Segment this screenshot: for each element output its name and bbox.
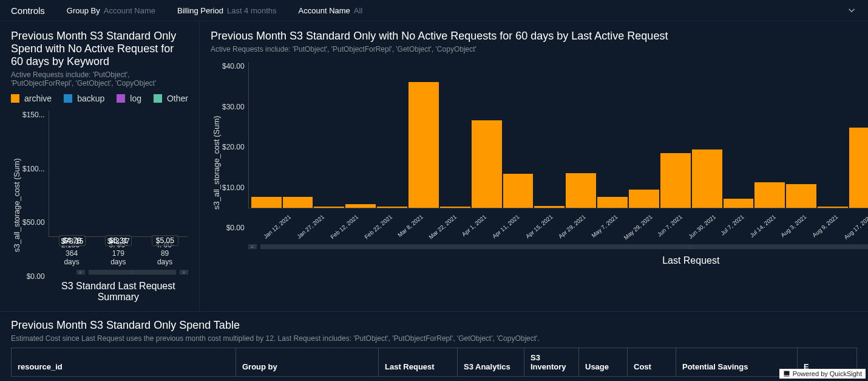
column-header[interactable]: S3 Inventory [524, 348, 579, 376]
column-header[interactable]: Cost [628, 348, 676, 376]
legend-label: log [130, 94, 141, 103]
column-header[interactable]: Usage [579, 348, 628, 376]
x-categories: Jan 12, 2021Jan 27, 2021Feb 12, 2021Feb … [248, 211, 868, 218]
control-label: Account Name [299, 6, 350, 15]
legend: archive backup log Other [11, 94, 188, 103]
control-value: Account Name [104, 6, 155, 15]
control-label: Group By [67, 6, 100, 15]
column-header[interactable]: resource_id [12, 348, 236, 376]
panels-row: Previous Month S3 Standard Only Spend wi… [0, 21, 868, 312]
bar[interactable] [849, 128, 868, 208]
quicksight-icon [783, 370, 790, 377]
bar[interactable] [345, 204, 376, 208]
y-axis-label: s3_all_storage_cost (Sum) [211, 60, 222, 266]
right-panel-subtitle: Active Requests include: 'PutObject', 'P… [211, 45, 868, 53]
powered-label: Powered by QuickSight [793, 370, 862, 377]
bar[interactable] [597, 197, 628, 208]
right-chart: s3_all_storage_cost (Sum) $40.00$30.00$2… [211, 60, 868, 266]
bar[interactable] [754, 182, 785, 208]
table-header-row: resource_idGroup byLast RequestS3 Analyt… [11, 348, 857, 377]
column-header[interactable]: S3 Analytics [458, 348, 524, 376]
bar[interactable] [314, 207, 344, 208]
chevron-down-icon[interactable] [846, 5, 857, 16]
y-ticks: $40.00$30.00$20.00$10.00$0.00 [222, 62, 248, 232]
bar[interactable] [472, 120, 502, 208]
y-ticks: $150...$100...$50.00$0.00 [22, 111, 49, 281]
y-axis-label: s3_all_storage_cost (Sum) [11, 108, 22, 303]
x-axis-title: S3 Standard Last Request Summary [49, 281, 188, 303]
swatch-icon [64, 94, 72, 103]
bar[interactable] [377, 207, 407, 208]
swatch-icon [117, 94, 125, 103]
chart-scroll[interactable]: ≡ ::: ≡ [76, 270, 188, 275]
swatch-icon [154, 94, 162, 103]
control-value: Last 4 months [227, 6, 277, 15]
x-axis-title: Last Request [248, 255, 868, 266]
powered-by-badge[interactable]: Powered by QuickSight [779, 369, 866, 379]
bar[interactable] [283, 197, 313, 208]
legend-label: backup [77, 94, 104, 103]
legend-item-archive[interactable]: archive [11, 94, 52, 103]
control-billing-period[interactable]: Billing Period Last 4 months [177, 6, 277, 15]
table-subtitle: Estimated Cost since Last Request uses t… [11, 334, 857, 343]
right-panel-title: Previous Month S3 Standard Only with No … [211, 30, 868, 43]
chart-scroll[interactable]: ≡ ::: ≡ [248, 244, 868, 249]
control-account-name[interactable]: Account Name All [299, 6, 363, 15]
data-label: $42.37 [104, 236, 134, 246]
scroll-track[interactable]: ::: [260, 244, 868, 249]
left-panel-title: Previous Month S3 Standard Only Spend wi… [11, 30, 188, 68]
left-chart: s3_all_storage_cost (Sum) $150...$100...… [11, 108, 188, 303]
data-label: $73.15 [58, 236, 87, 246]
bar[interactable] [692, 149, 722, 208]
scroll-right-icon[interactable]: ≡ [180, 270, 188, 275]
right-plot[interactable] [248, 62, 868, 208]
bar[interactable] [251, 197, 282, 208]
right-chart-panel: Previous Month S3 Standard Only with No … [200, 21, 868, 311]
bar[interactable] [566, 173, 596, 208]
legend-label: archive [24, 94, 52, 103]
left-panel-subtitle: Active Requests include: 'PutObject', 'P… [11, 70, 188, 88]
table-section: Previous Month S3 Standard Only Spend Ta… [0, 312, 868, 377]
bar[interactable] [534, 206, 565, 208]
scroll-left-icon[interactable]: ≡ [76, 270, 85, 275]
swatch-icon [11, 94, 19, 103]
legend-item-other[interactable]: Other [154, 94, 188, 103]
left-chart-panel: Previous Month S3 Standard Only Spend wi… [0, 21, 200, 311]
data-label: $5.05 [152, 235, 178, 246]
column-header[interactable]: Last Request [379, 348, 458, 376]
legend-label: Other [167, 94, 188, 103]
scroll-left-icon[interactable]: ≡ [248, 244, 257, 249]
legend-item-backup[interactable]: backup [64, 94, 104, 103]
table-title: Previous Month S3 Standard Only Spend Ta… [11, 319, 857, 332]
scroll-track[interactable]: ::: [89, 270, 176, 275]
bar[interactable] [409, 82, 439, 208]
bar[interactable] [440, 207, 470, 208]
bar[interactable] [503, 174, 534, 208]
controls-bar: Controls Group By Account Name Billing P… [0, 0, 868, 21]
legend-item-log[interactable]: log [117, 94, 141, 103]
controls-title: Controls [11, 5, 45, 16]
bar[interactable] [629, 190, 659, 208]
control-label: Billing Period [177, 6, 223, 15]
left-plot[interactable]: $0.00$4.78$73.15$5.31$42.37$5.05 [49, 111, 188, 237]
bar[interactable] [660, 153, 691, 208]
control-group-by[interactable]: Group By Account Name [67, 6, 155, 15]
bar[interactable] [724, 199, 754, 208]
column-header[interactable]: Group by [236, 348, 379, 376]
control-value: All [354, 6, 362, 15]
bar[interactable] [786, 184, 816, 208]
bar[interactable] [818, 207, 848, 208]
